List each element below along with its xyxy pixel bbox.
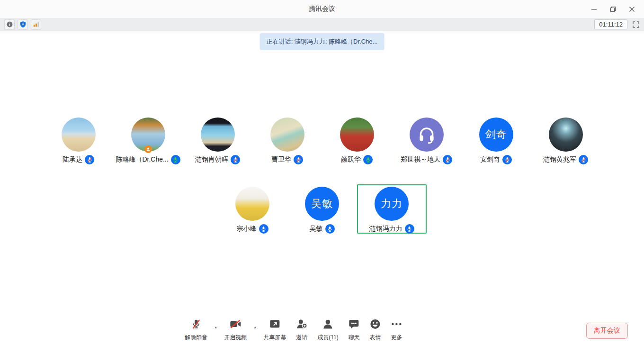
participant-tile[interactable]: 剑奇安剑奇	[461, 115, 531, 164]
participant-tile[interactable]: 吴敏吴敏	[287, 184, 357, 234]
meeting-info-button[interactable]	[4, 19, 15, 30]
participant-name: 郑世祺～地大	[401, 155, 440, 164]
minimize-icon	[591, 6, 597, 12]
participant-avatar	[549, 118, 583, 152]
participant-name: 吴敏	[310, 225, 323, 233]
toolbar-label: 聊天	[349, 334, 360, 342]
unmute-options-caret[interactable]: ▲	[214, 326, 217, 329]
participant-avatar: 力力	[375, 187, 409, 221]
participant-name-row: 宗小峰	[237, 224, 268, 234]
participant-name-row: 安剑奇	[480, 155, 512, 164]
participant-tile[interactable]: 陆承达	[44, 115, 113, 164]
participant-name: 宗小峰	[237, 225, 257, 233]
members-button[interactable]: 成员(11)	[317, 318, 338, 342]
unmute-button[interactable]: 解除静音	[185, 318, 207, 342]
share-screen-icon	[269, 318, 280, 332]
participant-avatar	[270, 118, 304, 152]
mic-status-icon	[405, 224, 414, 234]
meeting-timer: 01:11:12	[594, 19, 627, 29]
participant-tile[interactable]: 涟钢肖朝晖	[183, 115, 252, 164]
video-button[interactable]: 开启视频	[224, 318, 247, 342]
mic-status-icon	[294, 155, 303, 164]
status-bar: 01:11:12	[0, 18, 644, 31]
fullscreen-icon	[632, 21, 640, 28]
participant-name-row: 郑世祺～地大	[401, 155, 452, 164]
more-icon	[391, 318, 402, 332]
security-shield-button[interactable]	[18, 19, 28, 30]
toolbar-label: 解除静音	[185, 334, 207, 342]
participant-avatar	[201, 118, 235, 152]
mic-muted-icon	[191, 318, 201, 332]
close-button[interactable]	[622, 0, 641, 18]
participant-row-2: 宗小峰吴敏吴敏力力涟钢冯力力	[0, 184, 644, 234]
minimize-button[interactable]	[584, 0, 603, 18]
fullscreen-button[interactable]	[632, 21, 640, 28]
participant-row-1: 陆承达陈略峰（Dr.Che...涟钢肖朝晖曹卫华颜跃华郑世祺～地大剑奇安剑奇涟钢…	[0, 115, 644, 164]
participant-tile[interactable]: 力力涟钢冯力力	[357, 184, 427, 234]
restore-icon	[610, 6, 616, 12]
mic-status-icon	[325, 224, 335, 234]
participant-avatar	[235, 187, 269, 221]
participant-tile[interactable]: 涟钢黄兆军	[531, 115, 600, 164]
window-title: 腾讯会议	[309, 5, 335, 13]
invite-icon	[296, 318, 307, 332]
participant-tile[interactable]: 宗小峰	[218, 184, 287, 234]
invite-button[interactable]: 邀请	[296, 318, 307, 342]
participant-name: 涟钢黄兆军	[543, 155, 576, 164]
members-icon	[322, 318, 333, 332]
participant-name: 颜跃华	[341, 155, 361, 164]
participant-avatar	[340, 118, 374, 152]
participant-avatar	[410, 118, 444, 152]
participant-name-row: 颜跃华	[341, 155, 373, 164]
participant-name-row: 涟钢黄兆军	[543, 155, 588, 164]
status-right: 01:11:12	[594, 19, 640, 29]
video-options-caret[interactable]: ▲	[253, 326, 257, 329]
toolbar-label: 邀请	[296, 334, 307, 342]
participant-name-row: 涟钢肖朝晖	[195, 155, 240, 164]
participant-name-row: 涟钢冯力力	[369, 224, 414, 234]
meeting-toolbar: 解除静音▲开启视频▲共享屏幕邀请成员(11)聊天表情更多	[185, 318, 402, 342]
participant-avatar: 剑奇	[479, 118, 513, 152]
toolbar-label: 更多	[391, 334, 402, 342]
participant-tile[interactable]: 曹卫华	[252, 115, 322, 164]
participant-tile[interactable]: 陈略峰（Dr.Che...	[113, 115, 183, 164]
participant-name-row: 曹卫华	[271, 155, 303, 164]
mic-status-icon	[171, 155, 180, 164]
camera-off-icon	[229, 318, 242, 332]
share-button[interactable]: 共享屏幕	[263, 318, 286, 342]
mic-status-icon	[363, 155, 373, 164]
tencent-meeting-window: 腾讯会议 01:11:12	[0, 0, 644, 344]
host-badge-icon	[144, 145, 152, 153]
title-bar: 腾讯会议	[0, 0, 644, 18]
participant-tile[interactable]: 郑世祺～地大	[392, 115, 461, 164]
mic-status-icon	[259, 224, 268, 234]
leave-meeting-button[interactable]: 离开会议	[586, 323, 628, 339]
restore-button[interactable]	[603, 0, 622, 18]
mic-status-icon	[579, 155, 588, 164]
toolbar-label: 成员(11)	[317, 334, 338, 342]
shield-icon	[19, 21, 27, 28]
participant-name-row: 吴敏	[310, 224, 335, 234]
speaking-banner: 正在讲话: 涟钢冯力力; 陈略峰（Dr.Che...	[260, 33, 385, 50]
participant-name: 涟钢冯力力	[369, 225, 402, 233]
participant-name: 陆承达	[63, 155, 82, 164]
mic-status-icon	[231, 155, 240, 164]
emoji-button[interactable]: 表情	[370, 318, 381, 342]
participant-avatar	[131, 118, 165, 152]
info-icon	[6, 21, 13, 28]
participant-name: 陈略峰（Dr.Che...	[116, 155, 168, 164]
mic-status-icon	[443, 155, 452, 164]
participant-tile[interactable]: 颜跃华	[322, 115, 392, 164]
toolbar-label: 表情	[370, 334, 381, 342]
toolbar-label: 共享屏幕	[263, 334, 286, 342]
network-status-button[interactable]	[31, 19, 41, 30]
emoji-icon	[370, 318, 381, 332]
close-icon	[629, 6, 635, 12]
participant-name-row: 陈略峰（Dr.Che...	[116, 155, 180, 164]
chat-icon	[349, 318, 360, 332]
more-button[interactable]: 更多	[391, 318, 402, 342]
headset-icon	[417, 125, 437, 145]
participant-name-row: 陆承达	[63, 155, 94, 164]
chat-button[interactable]: 聊天	[349, 318, 360, 342]
status-icons	[4, 19, 41, 30]
